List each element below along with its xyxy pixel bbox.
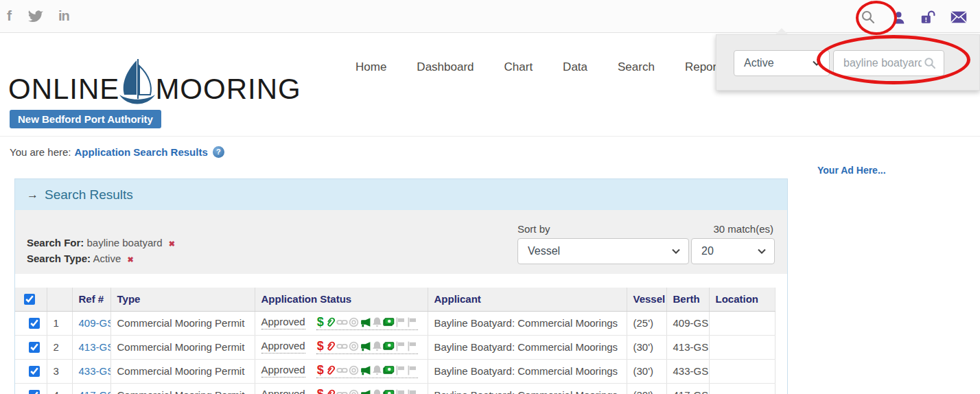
row-berth: 409-GS [666, 311, 709, 335]
criteria-label: Search Type: [27, 253, 91, 264]
social-links: f in [7, 5, 69, 26]
remove-criteria-icon[interactable]: ✖ [127, 255, 133, 264]
sort-by-label: Sort by [517, 223, 550, 235]
megaphone-icon[interactable] [360, 364, 371, 376]
status-icons[interactable]: $ [316, 316, 418, 330]
main-nav: Home Dashboard Chart Data Search Reports [355, 60, 725, 74]
chain-link-icon[interactable] [336, 316, 348, 328]
target-icon[interactable] [348, 316, 360, 328]
status-text[interactable]: Approved [261, 364, 305, 378]
flag-icon[interactable] [406, 389, 418, 394]
ref-link[interactable]: 413-GS [79, 341, 111, 353]
flag-icon[interactable] [395, 364, 406, 376]
paperclip-icon[interactable] [325, 316, 336, 328]
status-text[interactable]: Approved [261, 316, 305, 329]
org-badge[interactable]: New Bedford Port Authority [10, 110, 161, 128]
breadcrumb-current[interactable]: Application Search Results [75, 146, 208, 158]
search-input-wrap [833, 50, 944, 76]
flag-icon[interactable] [406, 340, 418, 352]
unlock-icon[interactable] [920, 8, 937, 26]
cash-icon[interactable] [383, 364, 395, 376]
ref-link[interactable]: 417-GS [79, 389, 111, 394]
facebook-icon[interactable]: f [7, 5, 12, 26]
user-icon[interactable] [889, 8, 907, 26]
status-text[interactable]: Approved [261, 340, 305, 354]
chain-link-icon[interactable] [336, 389, 348, 394]
nav-item-search[interactable]: Search [618, 60, 655, 74]
megaphone-icon[interactable] [360, 340, 371, 352]
dollar-icon[interactable]: $ [316, 364, 325, 376]
nav-item-dashboard[interactable]: Dashboard [417, 60, 474, 74]
status-icons[interactable]: $ [316, 340, 418, 354]
col-header-vessel[interactable]: Vessel [627, 288, 666, 311]
bell-icon[interactable] [371, 340, 383, 352]
twitter-icon[interactable] [27, 8, 43, 24]
cash-icon[interactable] [383, 340, 395, 352]
nav-item-home[interactable]: Home [355, 60, 386, 74]
sort-select-value: Vessel [528, 245, 560, 257]
bell-icon[interactable] [371, 364, 383, 376]
ref-link[interactable]: 433-GS [79, 365, 111, 377]
nav-item-chart[interactable]: Chart [504, 60, 533, 74]
dollar-icon[interactable]: $ [316, 389, 325, 394]
search-input[interactable] [842, 56, 923, 70]
row-checkbox[interactable] [29, 318, 40, 329]
row-checkbox[interactable] [29, 366, 40, 377]
col-header-berth[interactable]: Berth [666, 288, 709, 311]
col-header-ref[interactable]: Ref # [72, 288, 110, 311]
help-icon[interactable]: ? [213, 146, 224, 158]
table-header-row: Ref # Type Application Status Applicant … [15, 288, 775, 311]
bell-icon[interactable] [371, 389, 383, 394]
col-header-type[interactable]: Type [110, 288, 255, 311]
flag-icon[interactable] [395, 340, 406, 352]
ref-link[interactable]: 409-GS [79, 317, 111, 329]
flag-icon[interactable] [395, 316, 406, 328]
dollar-icon[interactable]: $ [316, 316, 325, 328]
flag-icon[interactable] [406, 364, 418, 376]
status-icons[interactable]: $ [316, 364, 418, 378]
nav-item-data[interactable]: Data [563, 60, 587, 74]
bell-icon[interactable] [371, 316, 383, 328]
row-checkbox[interactable] [29, 342, 40, 353]
linkedin-icon[interactable]: in [58, 5, 69, 26]
row-vessel: (30') [627, 383, 666, 394]
search-type-select[interactable]: Active [734, 50, 830, 76]
row-checkbox[interactable] [29, 390, 40, 394]
target-icon[interactable] [348, 364, 360, 376]
panel-title: Search Results [45, 187, 133, 202]
dollar-icon[interactable]: $ [316, 340, 325, 352]
search-input-magnifier-icon[interactable] [923, 56, 937, 70]
cash-icon[interactable] [383, 316, 395, 328]
page-size-select[interactable]: 20 [691, 238, 775, 264]
status-icons[interactable]: $ [316, 389, 418, 394]
paperclip-icon[interactable] [325, 364, 336, 376]
megaphone-icon[interactable] [360, 389, 371, 394]
criteria-row-search-for: Search For: bayline boatyard ✖ [27, 235, 175, 251]
target-icon[interactable] [348, 389, 360, 394]
status-text[interactable]: Approved [261, 388, 305, 394]
remove-criteria-icon[interactable]: ✖ [169, 240, 175, 248]
table-row: 4 417-GS Commercial Mooring Permit Appro… [15, 383, 775, 394]
chevron-down-icon [758, 248, 766, 254]
col-header-applicant[interactable]: Applicant [428, 288, 627, 311]
sort-select[interactable]: Vessel [517, 238, 689, 264]
col-header-num [47, 288, 72, 311]
cash-icon[interactable] [383, 389, 395, 394]
flag-icon[interactable] [406, 316, 418, 328]
paperclip-icon[interactable] [325, 340, 336, 352]
ad-link[interactable]: Your Ad Here... [817, 165, 886, 176]
criteria-label: Search For: [27, 237, 84, 248]
chain-link-icon[interactable] [336, 340, 348, 352]
megaphone-icon[interactable] [360, 316, 371, 328]
row-type: Commercial Mooring Permit [110, 311, 255, 335]
col-header-status[interactable]: Application Status [255, 288, 428, 311]
paperclip-icon[interactable] [325, 389, 336, 394]
target-icon[interactable] [348, 340, 360, 352]
search-icon[interactable] [859, 8, 877, 26]
row-berth: 417-GS [666, 383, 709, 394]
flag-icon[interactable] [395, 389, 406, 394]
select-all-checkbox[interactable] [24, 294, 35, 305]
chain-link-icon[interactable] [336, 364, 348, 376]
mail-icon[interactable] [950, 8, 968, 26]
col-header-location[interactable]: Location [709, 288, 775, 311]
